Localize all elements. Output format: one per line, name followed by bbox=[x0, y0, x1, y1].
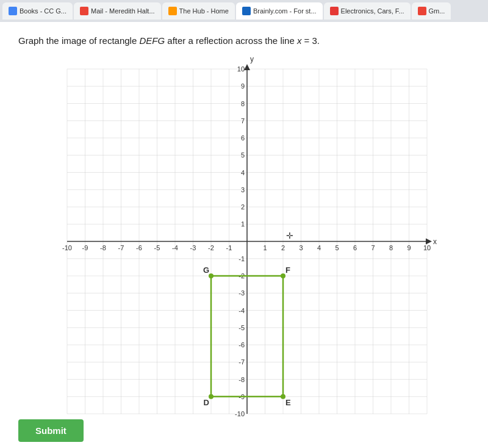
submit-button[interactable]: Submit bbox=[18, 419, 84, 442]
graph-container bbox=[18, 57, 470, 435]
tab-label-brainly: Brainly.com - For st... bbox=[253, 7, 317, 15]
coordinate-graph[interactable] bbox=[43, 57, 445, 432]
graph-wrapper bbox=[43, 57, 445, 435]
tab-label-mail: Mail - Meredith Halt... bbox=[91, 7, 155, 15]
tab-hub[interactable]: The Hub - Home bbox=[162, 2, 235, 20]
tab-favicon-electronics bbox=[330, 7, 339, 15]
tab-favicon-gmail bbox=[418, 7, 426, 15]
tab-favicon-books bbox=[9, 7, 17, 15]
tab-label-gmail: Gm... bbox=[429, 7, 445, 15]
tab-bar: Books - CC G... Mail - Meredith Halt... … bbox=[0, 0, 488, 22]
tab-brainly[interactable]: Brainly.com - For st... bbox=[236, 2, 323, 20]
tab-electronics[interactable]: Electronics, Cars, F... bbox=[324, 2, 411, 20]
tab-books[interactable]: Books - CC G... bbox=[2, 2, 73, 20]
problem-text: Graph the image of rectangle DEFG after … bbox=[18, 34, 470, 47]
tab-gmail[interactable]: Gm... bbox=[412, 2, 451, 20]
submit-area: Submit bbox=[18, 419, 84, 442]
tab-label-books: Books - CC G... bbox=[20, 7, 66, 15]
tab-mail[interactable]: Mail - Meredith Halt... bbox=[74, 2, 161, 20]
tab-label-hub: The Hub - Home bbox=[179, 7, 229, 15]
tab-favicon-mail bbox=[80, 7, 88, 15]
tab-favicon-brainly bbox=[242, 7, 251, 15]
page-content: Graph the image of rectangle DEFG after … bbox=[0, 22, 488, 447]
tab-favicon-hub bbox=[168, 7, 177, 15]
tab-label-electronics: Electronics, Cars, F... bbox=[341, 7, 404, 15]
